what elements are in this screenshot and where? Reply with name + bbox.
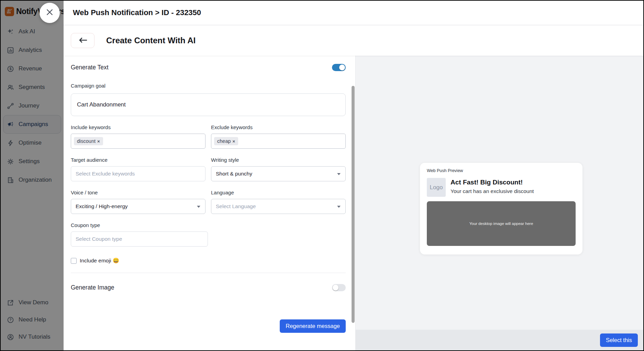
preview-panel: Web Push Preview Logo Act Fast! Big Disc… — [355, 56, 643, 350]
selected-value: Exciting / High-energy — [76, 203, 128, 210]
generate-image-label: Generate Image — [71, 284, 114, 291]
notification-body: Your cart has an exclusive discount — [451, 188, 534, 194]
modal-dim-overlay — [1, 1, 64, 350]
emoji-sample: 😄 — [113, 258, 119, 263]
language-select[interactable]: Select Language — [211, 199, 346, 214]
include-emoji-label: Include emoji 😄 — [80, 258, 119, 264]
close-modal-button[interactable] — [40, 3, 60, 23]
toggle-knob — [339, 65, 345, 70]
keyword-chip: discount × — [74, 137, 103, 145]
coupon-type-input[interactable] — [71, 231, 208, 247]
voice-tone-select[interactable]: Exciting / High-energy — [71, 199, 206, 214]
select-this-button[interactable]: Select this — [600, 333, 638, 347]
notification-title: Act Fast! Big Discount! — [451, 179, 534, 186]
image-placeholder-text: Your desktop image will appear here — [469, 222, 533, 226]
modal-main: Web Push Notification > ID - 232350 Crea… — [64, 1, 643, 350]
target-audience-label: Target audience — [71, 157, 206, 163]
include-keywords-input[interactable]: discount × — [71, 134, 206, 149]
campaign-goal-input[interactable] — [71, 93, 346, 116]
arrow-left-icon — [78, 37, 87, 44]
writing-style-select[interactable]: Short & punchy — [211, 166, 346, 181]
campaign-goal-label: Campaign goal — [71, 83, 346, 89]
exclude-keywords-input[interactable]: cheap × — [211, 134, 346, 149]
notification-image-placeholder: Your desktop image will appear here — [427, 201, 576, 246]
chip-remove-icon[interactable]: × — [97, 139, 100, 144]
select-placeholder: Select Language — [216, 203, 256, 210]
exclude-keywords-label: Exclude keywords — [211, 124, 346, 130]
sidebar: NotifyVisitors Ask AI Analytics $ Revenu… — [1, 1, 64, 350]
form-scrollbar[interactable] — [352, 86, 355, 323]
language-label: Language — [211, 190, 346, 195]
keyword-chip: cheap × — [214, 137, 238, 145]
back-button[interactable] — [71, 33, 95, 48]
chip-text: cheap — [217, 138, 231, 144]
preview-footer: Select this — [356, 330, 643, 350]
app-window: NotifyVisitors Ask AI Analytics $ Revenu… — [0, 0, 644, 351]
generate-image-toggle[interactable] — [332, 284, 346, 291]
chip-remove-icon[interactable]: × — [233, 139, 235, 144]
coupon-type-label: Coupon type — [71, 222, 346, 228]
preview-card-title: Web Push Preview — [427, 168, 576, 173]
modal-subheader: Create Content With AI — [64, 25, 643, 56]
writing-style-label: Writing style — [211, 157, 346, 163]
ai-content-form: Generate Text Campaign goal Include keyw… — [64, 56, 355, 350]
section-divider — [71, 273, 346, 273]
include-emoji-checkbox[interactable] — [71, 258, 77, 264]
voice-tone-label: Voice / tone — [71, 190, 206, 195]
web-push-preview-card: Web Push Preview Logo Act Fast! Big Disc… — [420, 163, 582, 254]
selected-value: Short & punchy — [216, 171, 252, 177]
page-title: Create Content With AI — [106, 36, 196, 45]
target-audience-input[interactable] — [71, 166, 206, 181]
preview-area: Web Push Preview Logo Act Fast! Big Disc… — [356, 56, 643, 330]
chip-text: discount — [77, 138, 96, 144]
generate-text-toggle[interactable] — [332, 64, 346, 71]
generate-text-label: Generate Text — [71, 64, 109, 71]
notification-logo-placeholder: Logo — [427, 178, 446, 197]
regenerate-message-button[interactable]: Regenerate message — [280, 319, 346, 333]
breadcrumb: Web Push Notification > ID - 232350 — [73, 8, 201, 17]
close-icon — [46, 8, 54, 18]
toggle-knob — [333, 285, 338, 291]
modal-content: Generate Text Campaign goal Include keyw… — [64, 56, 643, 350]
include-keywords-label: Include keywords — [71, 124, 206, 130]
modal-header: Web Push Notification > ID - 232350 — [64, 1, 643, 25]
